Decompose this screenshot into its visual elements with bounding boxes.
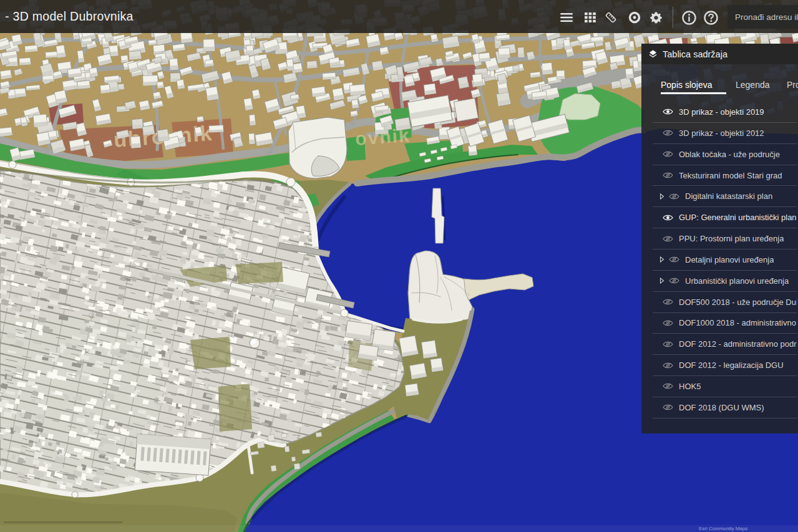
svg-text:Esri Community Maps: Esri Community Maps bbox=[699, 526, 747, 531]
